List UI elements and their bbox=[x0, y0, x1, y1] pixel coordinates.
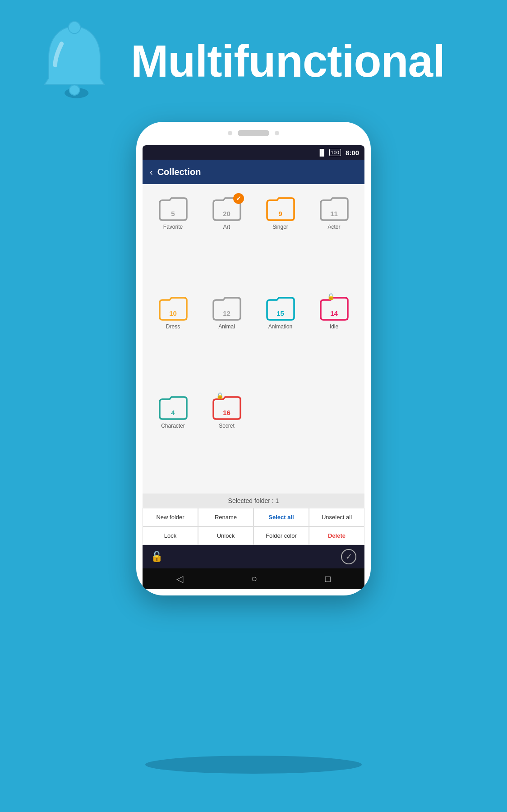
folder-item-animal[interactable]: 12 Animal bbox=[200, 291, 254, 391]
folder-count-art: 20 bbox=[223, 210, 230, 217]
folder-item-character[interactable]: 4 Character bbox=[146, 390, 200, 490]
delete-button[interactable]: Delete bbox=[309, 526, 364, 545]
folder-icon-idle: 14 🔒 bbox=[319, 295, 350, 322]
action-grid-row2: Lock Unlock Folder color Delete bbox=[143, 526, 364, 545]
folder-item-dress[interactable]: 10 Dress bbox=[146, 291, 200, 391]
folder-label-favorite: Favorite bbox=[163, 224, 183, 230]
lock-icon-secret: 🔒 bbox=[216, 392, 224, 399]
folder-item-idle[interactable]: 14 🔒 Idle bbox=[307, 291, 361, 391]
folder-count-animal: 12 bbox=[223, 309, 230, 317]
folder-icon-animation: 15 bbox=[265, 295, 296, 322]
nav-bar: 🔓 ✓ bbox=[143, 545, 364, 568]
folder-count-secret: 16 bbox=[223, 409, 230, 416]
rename-button[interactable]: Rename bbox=[198, 508, 254, 526]
battery-icon: 100 bbox=[329, 149, 341, 156]
folder-count-character: 4 bbox=[171, 409, 175, 416]
folder-label-art: Art bbox=[223, 224, 230, 230]
check-nav-icon[interactable]: ✓ bbox=[341, 549, 356, 564]
bell-icon bbox=[27, 14, 122, 108]
unselect-all-button[interactable]: Unselect all bbox=[309, 508, 364, 526]
header-title: Multifunctional bbox=[131, 35, 445, 87]
folder-count-actor: 11 bbox=[330, 210, 338, 217]
svg-point-1 bbox=[69, 22, 81, 34]
lock-button[interactable]: Lock bbox=[143, 526, 198, 545]
selected-badge-art: ✓ bbox=[233, 193, 244, 204]
status-bar: ▐▌ 100 8:00 bbox=[143, 145, 364, 160]
folder-label-dress: Dress bbox=[166, 323, 180, 330]
folder-icon-secret: 16 🔒 bbox=[212, 394, 242, 421]
folder-label-actor: Actor bbox=[327, 224, 340, 230]
phone-top-area bbox=[228, 130, 279, 136]
back-nav-button[interactable]: ◁ bbox=[176, 573, 183, 584]
folder-item-art[interactable]: 20 ✓ Art bbox=[200, 191, 254, 291]
folder-icon-animal: 12 bbox=[212, 295, 242, 322]
svg-point-2 bbox=[69, 85, 80, 95]
app-title: Collection bbox=[157, 167, 201, 177]
folder-icon-character: 4 bbox=[158, 394, 189, 421]
folder-icon-dress: 10 bbox=[158, 295, 189, 322]
home-nav-button[interactable]: ○ bbox=[251, 573, 257, 585]
folder-color-button[interactable]: Folder color bbox=[254, 526, 309, 545]
folder-label-animation: Animation bbox=[268, 323, 292, 330]
back-button[interactable]: ‹ bbox=[150, 167, 153, 177]
app-header: ‹ Collection bbox=[143, 160, 364, 184]
folder-item-actor[interactable]: 11 Actor bbox=[307, 191, 361, 291]
folder-icon-actor: 11 bbox=[319, 195, 350, 222]
folder-label-singer: Singer bbox=[272, 224, 288, 230]
status-time: 8:00 bbox=[346, 149, 359, 157]
unlock-button[interactable]: Unlock bbox=[198, 526, 254, 545]
recents-nav-button[interactable]: □ bbox=[325, 574, 331, 584]
lock-nav-icon[interactable]: 🔓 bbox=[151, 551, 163, 563]
folder-item-favorite[interactable]: 5 Favorite bbox=[146, 191, 200, 291]
folder-icon-favorite: 5 bbox=[158, 195, 189, 222]
select-all-button[interactable]: Select all bbox=[254, 508, 309, 526]
folder-grid: 5 Favorite 20 ✓ Art bbox=[143, 184, 364, 494]
android-nav: ◁ ○ □ bbox=[143, 568, 364, 589]
folder-count-singer: 9 bbox=[278, 210, 282, 217]
folder-label-secret: Secret bbox=[219, 423, 235, 429]
phone-dot-1 bbox=[228, 131, 232, 135]
lock-icon-idle: 🔒 bbox=[327, 293, 335, 300]
folder-label-idle: Idle bbox=[330, 323, 338, 330]
folder-count-animation: 15 bbox=[277, 309, 284, 317]
action-grid-row1: New folder Rename Select all Unselect al… bbox=[143, 508, 364, 526]
new-folder-button[interactable]: New folder bbox=[143, 508, 198, 526]
signal-icon: ▐▌ bbox=[318, 149, 327, 156]
phone-speaker bbox=[238, 130, 269, 136]
folder-count-favorite: 5 bbox=[171, 210, 175, 217]
phone-dot-2 bbox=[275, 131, 279, 135]
folder-label-animal: Animal bbox=[218, 323, 235, 330]
selected-info: Selected folder : 1 bbox=[143, 494, 364, 508]
header-area: Multifunctional bbox=[0, 14, 507, 108]
folder-count-dress: 10 bbox=[169, 309, 177, 317]
phone-screen: ▐▌ 100 8:00 ‹ Collection 5 Favorite bbox=[143, 145, 364, 589]
folder-item-animation[interactable]: 15 Animation bbox=[254, 291, 307, 391]
folder-icon-singer: 9 bbox=[265, 195, 296, 222]
phone-shadow bbox=[145, 756, 362, 774]
folder-count-idle: 14 bbox=[330, 309, 338, 317]
phone-frame: ▐▌ 100 8:00 ‹ Collection 5 Favorite bbox=[136, 122, 371, 595]
bottom-panel: Selected folder : 1 New folder Rename Se… bbox=[143, 494, 364, 545]
folder-label-character: Character bbox=[161, 423, 185, 429]
folder-icon-art: 20 ✓ bbox=[212, 195, 242, 222]
folder-item-singer[interactable]: 9 Singer bbox=[254, 191, 307, 291]
folder-item-secret[interactable]: 16 🔒 Secret bbox=[200, 390, 254, 490]
